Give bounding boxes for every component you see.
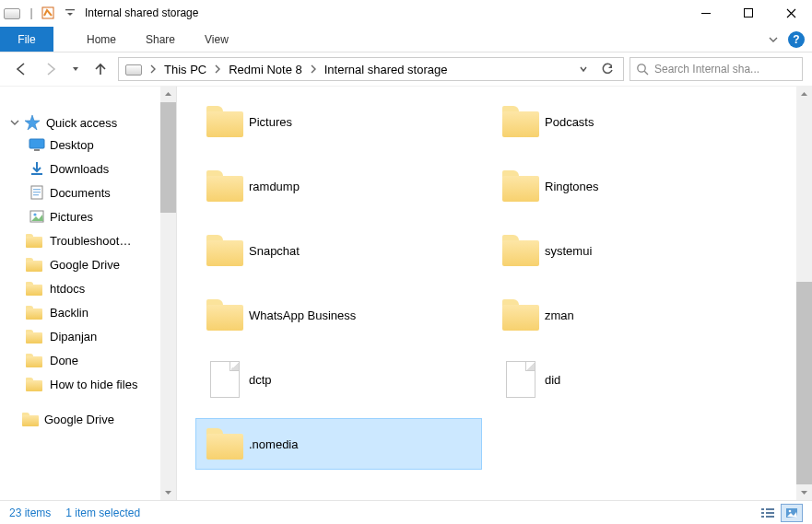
scroll-thumb[interactable] (160, 102, 176, 213)
breadcrumb-segment[interactable]: Redmi Note 8 (226, 58, 304, 80)
sidebar-item-label: htdocs (50, 282, 156, 296)
scroll-up-icon[interactable] (796, 87, 812, 102)
folder-item[interactable]: Ringtones (491, 160, 778, 212)
folder-icon (201, 170, 249, 202)
svg-rect-16 (761, 512, 764, 514)
item-label: Ringtones (545, 180, 599, 193)
folder-icon (497, 106, 545, 137)
svg-rect-2 (701, 13, 711, 14)
sidebar-item-label: Backlin (50, 306, 156, 320)
folder-icon (201, 299, 249, 331)
folder-item[interactable]: ramdump (195, 160, 482, 212)
chevron-down-icon (9, 117, 20, 128)
sidebar-item[interactable]: Pictures (0, 204, 176, 228)
folder-icon (497, 235, 545, 266)
svg-point-13 (33, 213, 36, 215)
folder-item[interactable]: Pictures (195, 96, 482, 147)
chevron-right-icon[interactable] (305, 64, 322, 74)
svg-rect-0 (42, 7, 53, 18)
folder-icon (201, 106, 249, 137)
tab-view[interactable]: View (190, 27, 243, 52)
folder-icon (497, 170, 545, 202)
qat-drive-icon[interactable] (4, 3, 26, 23)
file-icon (201, 361, 249, 398)
search-placeholder: Search Internal sha... (654, 63, 759, 76)
qat-separator: | (26, 0, 37, 26)
file-tab[interactable]: File (0, 27, 53, 52)
ribbon-expand-icon[interactable] (768, 34, 779, 45)
close-button[interactable] (770, 0, 812, 26)
details-view-button[interactable] (757, 504, 779, 522)
navigation-pane: Quick access DesktopDownloadsDocumentsPi… (0, 87, 177, 500)
item-label: systemui (545, 244, 592, 258)
back-button[interactable] (9, 57, 33, 81)
tab-share[interactable]: Share (131, 27, 190, 52)
search-input[interactable]: Search Internal sha... (630, 57, 803, 81)
address-bar[interactable]: This PC Redmi Note 8 Internal shared sto… (118, 57, 624, 81)
sidebar-item[interactable]: Documents (0, 180, 176, 204)
help-button[interactable]: ? (788, 31, 805, 48)
folder-item[interactable]: .nomedia (195, 418, 482, 470)
sidebar-item[interactable]: Google Drive (0, 252, 176, 276)
folder-icon (28, 258, 46, 272)
scroll-up-icon[interactable] (160, 87, 176, 102)
sidebar-item[interactable]: Done (0, 348, 176, 372)
folder-item[interactable]: Snapchat (195, 225, 482, 276)
folder-item[interactable]: Podcasts (491, 96, 778, 147)
recent-locations-button[interactable] (68, 57, 83, 81)
chevron-right-icon[interactable] (145, 64, 161, 74)
sidebar-item[interactable]: How to hide files (0, 372, 176, 396)
sidebar-item-google-drive[interactable]: Google Drive (0, 411, 176, 428)
svg-rect-6 (34, 149, 40, 151)
quick-access-star-icon (24, 114, 41, 131)
sidebar-item[interactable]: Dipanjan (0, 324, 176, 348)
sidebar-item[interactable]: Downloads (0, 157, 176, 180)
quick-access-label: Quick access (46, 116, 117, 130)
address-drive-icon[interactable] (123, 58, 145, 80)
scroll-down-icon[interactable] (796, 484, 812, 500)
sidebar-item-label: Desktop (50, 138, 156, 152)
maximize-button[interactable] (727, 0, 770, 26)
tab-home[interactable]: Home (72, 27, 131, 52)
item-label: Snapchat (249, 244, 300, 258)
sidebar-item-label: Google Drive (44, 413, 114, 426)
file-item[interactable]: did (491, 354, 778, 405)
breadcrumb-segment[interactable]: Internal shared storage (322, 58, 451, 80)
folder-item[interactable]: zman (491, 289, 778, 341)
scroll-down-icon[interactable] (160, 484, 176, 500)
item-label: WhatsApp Business (249, 309, 356, 322)
up-button[interactable] (88, 57, 112, 81)
minimize-button[interactable] (685, 0, 727, 26)
sidebar-item[interactable]: htdocs (0, 276, 176, 300)
chevron-right-icon[interactable] (209, 64, 226, 74)
folder-item[interactable]: systemui (491, 225, 778, 276)
large-icons-view-button[interactable] (781, 504, 803, 522)
item-label: Pictures (249, 115, 292, 129)
qat-properties-icon[interactable] (37, 3, 59, 23)
svg-point-4 (638, 64, 645, 72)
content-area[interactable]: PicturesPodcastsramdumpRingtonesSnapchat… (177, 87, 796, 500)
status-bar: 23 items 1 item selected (0, 500, 812, 524)
svg-rect-7 (31, 173, 42, 175)
svg-rect-3 (745, 9, 753, 17)
sidebar-item[interactable]: Desktop (0, 133, 176, 157)
svg-rect-19 (766, 516, 774, 518)
folder-item[interactable]: WhatsApp Business (195, 289, 482, 341)
item-label: dctp (249, 373, 272, 387)
svg-rect-14 (761, 508, 764, 510)
forward-button[interactable] (39, 57, 63, 81)
sidebar-item[interactable]: Troubleshoot… (0, 228, 176, 252)
file-item[interactable]: dctp (195, 354, 482, 405)
navpane-scrollbar[interactable] (160, 87, 176, 500)
quick-access-header[interactable]: Quick access (0, 112, 176, 133)
refresh-button[interactable] (595, 58, 619, 80)
folder-icon (28, 378, 46, 391)
content-scrollbar[interactable] (796, 87, 812, 500)
qat-dropdown-icon[interactable] (59, 3, 81, 23)
scroll-thumb[interactable] (796, 282, 812, 484)
breadcrumb-segment[interactable]: This PC (161, 58, 209, 80)
item-label: ramdump (249, 180, 300, 193)
sidebar-item-label: Done (50, 354, 156, 367)
address-dropdown-button[interactable] (571, 58, 595, 80)
sidebar-item[interactable]: Backlin (0, 300, 176, 324)
